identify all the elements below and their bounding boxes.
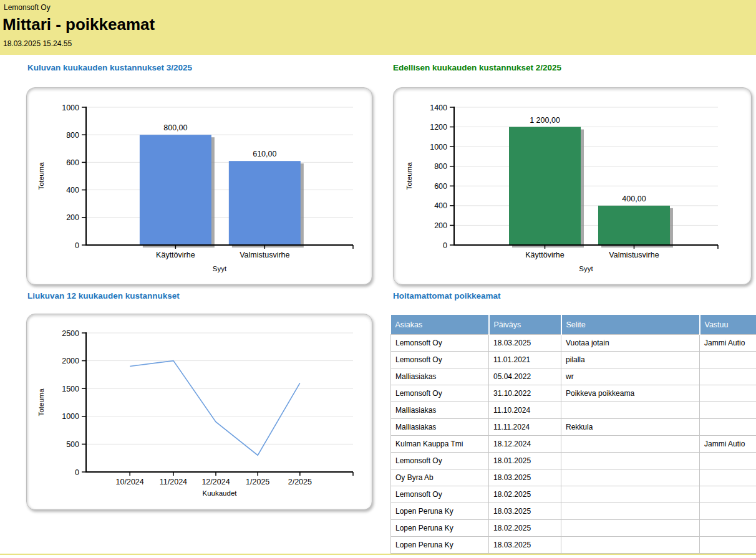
open-deviations-table-wrap: AsiakasPäiväysSeliteVastuu Lemonsoft Oy1… xyxy=(390,315,756,554)
table-cell: Oy Byra Ab xyxy=(391,469,489,486)
table-row: Malliasiakas11.10.2024 xyxy=(391,402,756,419)
table-cell xyxy=(561,402,700,419)
x-category-label: Valmistusvirhe xyxy=(609,251,659,259)
page-title: Mittari - poikkeamat xyxy=(2,15,155,34)
y-tick-label: 200 xyxy=(434,221,447,230)
table-cell xyxy=(700,537,756,554)
bar-value-label: 800,00 xyxy=(163,123,187,132)
table-row: Lemonsoft Oy18.02.2025 xyxy=(391,486,756,503)
y-tick-label: 1200 xyxy=(430,123,447,132)
column-header-asiakas: Asiakas xyxy=(391,315,489,335)
table-cell xyxy=(700,503,756,520)
table-cell: 18.02.2025 xyxy=(489,486,561,503)
section-title-previous-month: Edellisen kuukauden kustannukset 2/2025 xyxy=(393,63,561,72)
x-category-label: 10/2024 xyxy=(116,478,144,486)
rolling-12-chart-panel: 0500100015002000250010/202411/202412/202… xyxy=(26,314,372,510)
table-cell xyxy=(700,419,756,436)
current-month-chart-panel: 800,00610,0002004006008001000Käyttövirhe… xyxy=(26,87,372,285)
table-cell: Malliasiakas xyxy=(391,402,489,419)
x-category-label: Käyttövirhe xyxy=(525,251,565,259)
table-cell: Malliasiakas xyxy=(391,368,489,385)
table-row: Lopen Peruna Ky18.03.2025 xyxy=(391,537,756,554)
table-cell xyxy=(561,469,700,486)
column-header-selite: Selite xyxy=(561,315,700,335)
table-cell xyxy=(700,352,756,368)
current-month-bar-chart: 800,00610,0002004006008001000Käyttövirhe… xyxy=(27,88,371,283)
x-axis-title: Syyt xyxy=(579,265,593,272)
table-header-row: AsiakasPäiväysSeliteVastuu xyxy=(391,315,756,335)
section-title-rolling-12: Liukuvan 12 kuukauden kustannukset xyxy=(27,291,180,301)
table-body: Lemonsoft Oy18.03.2025Vuotaa jotainJammi… xyxy=(391,335,756,554)
bar-value-label: 610,00 xyxy=(253,150,276,158)
column-header-p-iv-ys: Päiväys xyxy=(489,315,561,335)
y-tick-label: 500 xyxy=(66,440,79,449)
y-tick-label: 1000 xyxy=(62,103,79,112)
y-axis-title: Toteuma xyxy=(37,388,45,416)
line-series xyxy=(130,361,300,456)
y-tick-label: 1400 xyxy=(430,103,447,112)
table-cell: 18.03.2025 xyxy=(489,335,561,352)
y-axis-title: Toteuma xyxy=(405,162,413,190)
bar-value-label: 400,00 xyxy=(622,195,646,203)
y-tick-label: 0 xyxy=(443,241,447,250)
x-axis-title: Syyt xyxy=(213,265,227,272)
table-cell: pilalla xyxy=(561,352,700,368)
table-cell xyxy=(561,503,700,520)
y-tick-label: 2500 xyxy=(62,329,79,338)
y-axis-title: Toteuma xyxy=(37,162,45,190)
table-cell: Lemonsoft Oy xyxy=(391,335,489,352)
x-axis-title: Kuukaudet xyxy=(203,489,238,497)
x-category-label: Käyttövirhe xyxy=(156,251,195,259)
table-row: Lemonsoft Oy18.03.2025Vuotaa jotainJammi… xyxy=(391,335,756,352)
y-tick-label: 600 xyxy=(66,158,79,167)
bar-value-label: 1 200,00 xyxy=(530,116,560,125)
y-tick-label: 800 xyxy=(434,162,447,171)
y-tick-label: 1000 xyxy=(430,143,447,152)
table-cell xyxy=(700,469,756,486)
table-cell: 11.01.2021 xyxy=(489,352,561,368)
table-cell xyxy=(561,453,700,469)
y-tick-label: 2000 xyxy=(62,357,79,365)
column-header-vastuu: Vastuu xyxy=(700,315,756,335)
table-cell xyxy=(561,436,700,453)
table-cell: Vuotaa jotain xyxy=(561,335,700,352)
table-cell: 18.03.2025 xyxy=(489,503,561,520)
y-tick-label: 600 xyxy=(434,182,447,191)
previous-month-bar-chart: 1 200,00400,000200400600800100012001400K… xyxy=(394,88,750,283)
company-name: Lemonsoft Oy xyxy=(4,3,51,12)
y-tick-label: 1000 xyxy=(62,412,79,421)
table-head: AsiakasPäiväysSeliteVastuu xyxy=(391,315,756,335)
rolling-12-line-chart: 0500100015002000250010/202411/202412/202… xyxy=(27,314,371,508)
table-cell: 18.03.2025 xyxy=(489,469,561,486)
table-cell: 11.10.2024 xyxy=(489,402,561,419)
table-cell: Jammi Autio xyxy=(700,335,756,352)
table-cell: 18.02.2025 xyxy=(489,520,561,537)
table-cell xyxy=(561,486,700,503)
table-cell: 18.03.2025 xyxy=(489,537,561,554)
table-cell xyxy=(561,537,700,554)
table-cell: Lemonsoft Oy xyxy=(391,385,489,402)
bar xyxy=(229,161,301,245)
table-cell: Lemonsoft Oy xyxy=(391,486,489,503)
table-cell: 18.12.2024 xyxy=(489,436,561,453)
table-row: Lemonsoft Oy31.10.2022Poikkeva poikkeama xyxy=(391,385,756,402)
table-row: Kulman Kauppa Tmi18.12.2024Jammi Autio xyxy=(391,436,756,453)
x-category-label: Valmistusvirhe xyxy=(240,251,289,259)
section-title-open-deviations: Hoitamattomat poikkeamat xyxy=(393,291,501,301)
y-tick-label: 800 xyxy=(66,131,79,140)
report-header: Lemonsoft Oy Mittari - poikkeamat 18.03.… xyxy=(0,0,756,55)
table-cell xyxy=(700,520,756,537)
table-cell xyxy=(700,368,756,385)
bar xyxy=(509,127,581,245)
table-cell: 11.11.2024 xyxy=(489,419,561,436)
table-row: Oy Byra Ab18.03.2025 xyxy=(391,469,756,486)
section-title-current-month: Kuluvan kuukauden kustannukset 3/2025 xyxy=(27,63,192,72)
table-cell: Malliasiakas xyxy=(391,419,489,436)
table-cell: Rekkula xyxy=(561,419,700,436)
x-category-label: 2/2025 xyxy=(288,478,312,486)
x-category-label: 12/2024 xyxy=(201,478,230,486)
table-cell xyxy=(700,402,756,419)
y-tick-label: 200 xyxy=(66,213,79,222)
table-row: Lopen Peruna Ky18.03.2025 xyxy=(391,503,756,520)
table-cell: Kulman Kauppa Tmi xyxy=(391,436,489,453)
